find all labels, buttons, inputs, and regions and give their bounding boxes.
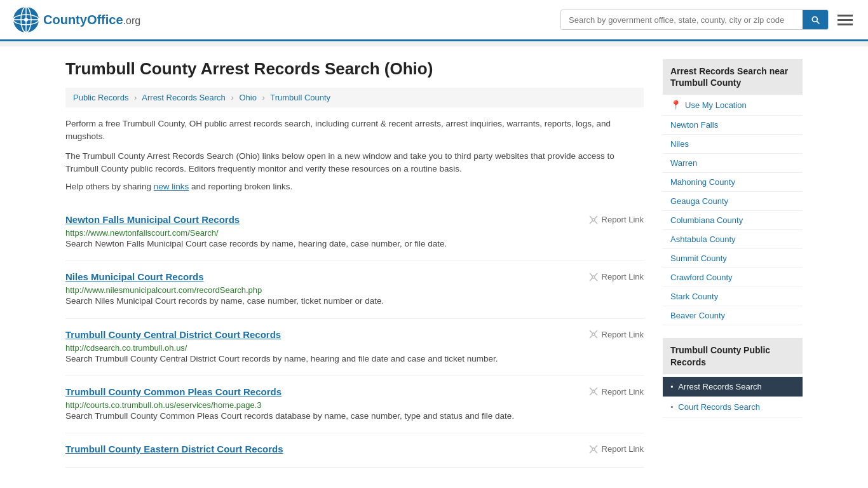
result-header: Trumbull County Central District Court R… xyxy=(65,329,644,340)
result-header: Trumbull County Eastern District Court R… xyxy=(65,444,644,454)
menu-button[interactable] xyxy=(835,12,855,28)
svg-line-22 xyxy=(590,388,592,390)
svg-line-30 xyxy=(590,451,592,453)
intro-text: Perform a free Trumbull County, OH publi… xyxy=(65,118,644,144)
result-url[interactable]: http://courts.co.trumbull.oh.us/eservice… xyxy=(65,400,262,410)
breadcrumb-link[interactable]: Ohio xyxy=(239,93,256,102)
report-icon xyxy=(588,329,599,339)
sidebar-nearby-link[interactable]: Columbiana County xyxy=(663,211,803,229)
report-link[interactable]: Report Link xyxy=(588,386,644,396)
logo-area: CountyOffice.org xyxy=(13,6,140,33)
svg-point-21 xyxy=(592,390,595,393)
location-pin-icon: 📍 xyxy=(670,100,681,110)
result-item: Niles Municipal Court Records Report Lin… xyxy=(65,261,644,318)
result-title-link[interactable]: Trumbull County Eastern District Court R… xyxy=(65,444,283,454)
content-area: Trumbull County Arrest Records Search (O… xyxy=(65,59,644,468)
svg-line-18 xyxy=(595,336,597,338)
result-item: Newton Falls Municipal Court Records Rep… xyxy=(65,204,644,261)
results: Newton Falls Municipal Court Records Rep… xyxy=(65,204,644,468)
report-icon xyxy=(588,215,599,225)
report-icon xyxy=(588,386,599,396)
result-title-link[interactable]: Trumbull County Central District Court R… xyxy=(65,329,281,340)
sidebar-nearby-title: Arrest Records Search near Trumbull Coun… xyxy=(663,59,803,95)
result-url[interactable]: https://www.newtonfallscourt.com/Search/ xyxy=(65,228,219,238)
sidebar-nearby-link[interactable]: Crawford County xyxy=(663,268,803,287)
sidebar-public-link[interactable]: ▪ Court Records Search xyxy=(663,397,803,417)
list-item: ▪ Court Records Search xyxy=(663,397,803,417)
sidebar-nearby-link[interactable]: Summit County xyxy=(663,249,803,268)
search-button[interactable] xyxy=(803,10,828,29)
result-item: Trumbull County Eastern District Court R… xyxy=(65,433,644,468)
intro-text2: The Trumbull County Arrest Records Searc… xyxy=(65,150,644,176)
list-item: Columbiana County xyxy=(663,211,803,230)
result-title-link[interactable]: Niles Municipal Court Records xyxy=(65,271,204,282)
report-link[interactable]: Report Link xyxy=(588,215,644,225)
breadcrumb-sep: › xyxy=(134,93,137,102)
sidebar-nearby-link[interactable]: Ashtabula County xyxy=(663,230,803,248)
list-item: Ashtabula County xyxy=(663,230,803,249)
sidebar-nearby-section: Arrest Records Search near Trumbull Coun… xyxy=(663,59,803,325)
page-title: Trumbull County Arrest Records Search (O… xyxy=(65,59,644,79)
header-right xyxy=(560,10,855,30)
use-location-link[interactable]: 📍 Use My Location xyxy=(663,95,803,116)
result-desc: Search Newton Falls Municipal Court case… xyxy=(65,238,644,250)
report-icon xyxy=(588,272,599,282)
svg-line-24 xyxy=(595,388,597,390)
breadcrumb-sep: › xyxy=(262,93,265,102)
result-header: Niles Municipal Court Records Report Lin… xyxy=(65,271,644,282)
menu-icon-bar xyxy=(837,24,853,25)
svg-line-9 xyxy=(595,216,597,219)
header: CountyOffice.org xyxy=(0,0,868,41)
document-icon: ▪ xyxy=(670,402,673,411)
list-item: Stark County xyxy=(663,287,803,306)
svg-line-12 xyxy=(590,273,592,276)
report-link[interactable]: Report Link xyxy=(588,444,644,454)
svg-line-14 xyxy=(595,273,597,276)
top-bar xyxy=(0,41,868,46)
report-icon xyxy=(588,444,599,454)
result-title-link[interactable]: Newton Falls Municipal Court Records xyxy=(65,214,240,225)
sidebar-nearby-link[interactable]: Geauga County xyxy=(663,192,803,210)
result-desc: Search Trumbull County Common Pleas Cour… xyxy=(65,410,644,423)
list-item: Niles xyxy=(663,135,803,154)
result-header: Newton Falls Municipal Court Records Rep… xyxy=(65,214,644,225)
sidebar-nearby-link[interactable]: Beaver County xyxy=(663,306,803,325)
sidebar-nearby-link[interactable]: Newton Falls xyxy=(663,116,803,134)
report-link[interactable]: Report Link xyxy=(588,272,644,282)
new-links-link[interactable]: new links xyxy=(154,182,189,191)
sidebar-nearby-link[interactable]: Mahoning County xyxy=(663,173,803,191)
svg-line-13 xyxy=(595,278,597,281)
svg-point-11 xyxy=(592,276,595,278)
svg-point-26 xyxy=(592,448,595,451)
sidebar-nearby-link[interactable]: Warren xyxy=(663,154,803,172)
report-link[interactable]: Report Link xyxy=(588,329,644,339)
document-icon: ▪ xyxy=(670,382,673,391)
sidebar-public-list: ▪ Arrest Records Search ▪ Court Records … xyxy=(663,377,803,417)
breadcrumb-link[interactable]: Trumbull County xyxy=(270,93,330,102)
svg-line-7 xyxy=(590,216,592,219)
svg-line-10 xyxy=(590,221,592,224)
result-url[interactable]: http://cdsearch.co.trumbull.oh.us/ xyxy=(65,343,187,353)
result-item: Trumbull County Common Pleas Court Recor… xyxy=(65,376,644,433)
sidebar-nearby-link[interactable]: Stark County xyxy=(663,287,803,306)
breadcrumb-link[interactable]: Public Records xyxy=(73,93,128,102)
result-title-link[interactable]: Trumbull County Common Pleas Court Recor… xyxy=(65,386,281,397)
svg-point-16 xyxy=(592,333,595,336)
sidebar-public-link-active[interactable]: ▪ Arrest Records Search xyxy=(663,377,803,396)
search-input[interactable] xyxy=(561,11,803,29)
svg-line-15 xyxy=(590,278,592,281)
result-header: Trumbull County Common Pleas Court Recor… xyxy=(65,386,644,397)
list-item: ▪ Arrest Records Search xyxy=(663,377,803,397)
menu-icon-bar xyxy=(837,19,853,21)
breadcrumb-link[interactable]: Arrest Records Search xyxy=(142,93,226,102)
list-item: Crawford County xyxy=(663,268,803,287)
result-url[interactable]: http://www.nilesmunicipalcourt.com/recor… xyxy=(65,285,262,295)
result-desc: Search Niles Municipal Court records by … xyxy=(65,295,644,308)
svg-line-19 xyxy=(595,330,597,333)
search-icon xyxy=(810,15,820,25)
svg-line-23 xyxy=(595,393,597,395)
sidebar-nearby-link[interactable]: Niles xyxy=(663,135,803,153)
list-item: Warren xyxy=(663,154,803,173)
result-desc: Search Trumbull County Central District … xyxy=(65,353,644,365)
sidebar-public-section: Trumbull County Public Records ▪ Arrest … xyxy=(663,338,803,417)
